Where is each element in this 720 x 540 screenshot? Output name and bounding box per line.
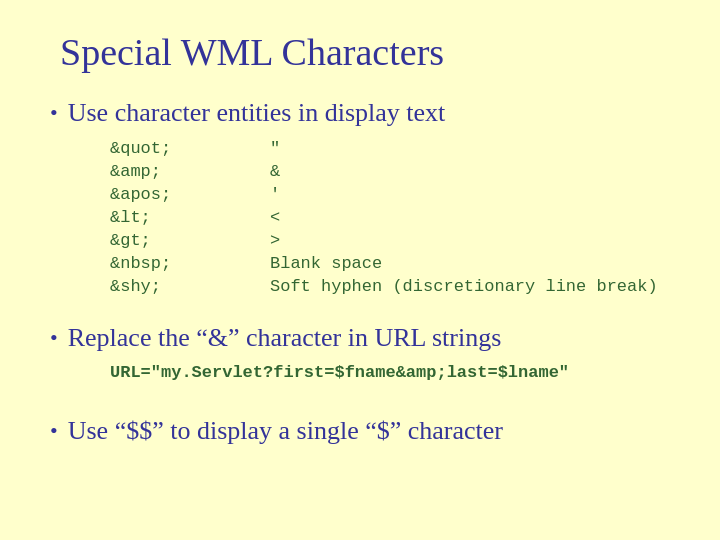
url-example: URL="my.Servlet?first=$fname&amp;last=$l… bbox=[110, 363, 670, 382]
slide-title: Special WML Characters bbox=[50, 30, 670, 74]
bullet-3-text: Use “$$” to display a single “$” charact… bbox=[68, 416, 503, 446]
bullet-3-item: • Use “$$” to display a single “$” chara… bbox=[50, 416, 670, 446]
bullet-dot-1: • bbox=[50, 100, 58, 126]
bullet-3-section: • Use “$$” to display a single “$” chara… bbox=[50, 410, 670, 446]
bullet-1-text: Use character entities in display text bbox=[68, 98, 446, 128]
entity-gt: &gt; bbox=[110, 230, 270, 251]
bullet-2-item: • Replace the “&” character in URL strin… bbox=[50, 323, 670, 353]
value-shy: Soft hyphen (discretionary line break) bbox=[270, 276, 670, 297]
entity-nbsp: &nbsp; bbox=[110, 253, 270, 274]
value-gt: > bbox=[270, 230, 670, 251]
value-apos: ' bbox=[270, 184, 670, 205]
value-lt: < bbox=[270, 207, 670, 228]
bullet-2-text: Replace the “&” character in URL strings bbox=[68, 323, 502, 353]
entity-lt: &lt; bbox=[110, 207, 270, 228]
entities-table: &quot; " &amp; & &apos; ' &lt; < &gt; > … bbox=[110, 138, 670, 297]
bullet-dot-3: • bbox=[50, 418, 58, 444]
entity-amp: &amp; bbox=[110, 161, 270, 182]
bullet-dot-2: • bbox=[50, 325, 58, 351]
bullet-2-section: • Replace the “&” character in URL strin… bbox=[50, 323, 670, 392]
bullet-1-item: • Use character entities in display text bbox=[50, 98, 670, 128]
value-amp: & bbox=[270, 161, 670, 182]
entity-shy: &shy; bbox=[110, 276, 270, 297]
entity-quot: &quot; bbox=[110, 138, 270, 159]
value-quot: " bbox=[270, 138, 670, 159]
bullet-1-section: • Use character entities in display text… bbox=[50, 98, 670, 305]
value-nbsp: Blank space bbox=[270, 253, 670, 274]
entity-apos: &apos; bbox=[110, 184, 270, 205]
